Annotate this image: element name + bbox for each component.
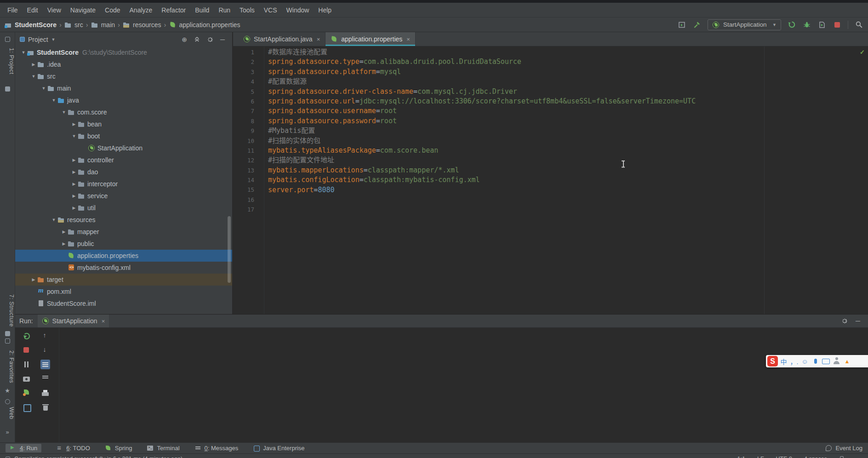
menu-tools[interactable]: Tools xyxy=(235,5,259,16)
project-panel-title[interactable]: Project xyxy=(28,36,48,43)
search-everywhere-icon[interactable] xyxy=(854,20,863,29)
code-line-14[interactable]: mybatis.configLocation=classpath:mybatis… xyxy=(268,175,868,185)
stripe-web-button[interactable]: Web xyxy=(0,407,15,419)
person-icon[interactable] xyxy=(832,356,841,366)
gear-icon[interactable] xyxy=(841,318,848,324)
close-icon[interactable]: × xyxy=(102,318,105,325)
chevron-down-icon[interactable]: ▼ xyxy=(51,37,56,42)
tool-window-icon[interactable] xyxy=(5,37,10,42)
code-line-9[interactable]: #Mybatis配置 xyxy=(268,126,868,136)
build-hammer-icon[interactable] xyxy=(692,20,702,29)
chevron-closed-icon[interactable]: ▶ xyxy=(70,158,78,162)
punctuation-icon[interactable]: ，. xyxy=(789,356,799,366)
code-line-6[interactable]: spring.datasource.url=jdbc:mysql://local… xyxy=(268,97,868,106)
tree-item-java[interactable]: ▼java xyxy=(15,94,232,106)
breadcrumb-src[interactable]: src xyxy=(64,21,83,29)
editor-body[interactable]: 1234567891011121314151617 #数据库连接池配置sprin… xyxy=(233,46,868,314)
code-line-7[interactable]: spring.datasource.username=root xyxy=(268,106,868,116)
code-line-2[interactable]: spring.datasource.type=com.alibaba.druid… xyxy=(268,57,868,67)
tree-item-interceptor[interactable]: ▶interceptor xyxy=(15,178,232,190)
chevron-open-icon[interactable]: ▼ xyxy=(30,74,37,79)
breadcrumb-studentscore[interactable]: StudentScore xyxy=(5,21,57,29)
toolbox-icon[interactable]: ▲ xyxy=(842,356,852,366)
code-line-17[interactable] xyxy=(268,205,868,214)
close-icon[interactable]: × xyxy=(406,36,410,43)
code-line-1[interactable]: #数据库连接池配置 xyxy=(268,47,868,57)
tree-item-service[interactable]: ▶service xyxy=(15,190,232,202)
menu-view[interactable]: View xyxy=(43,5,66,16)
rerun-icon[interactable] xyxy=(787,20,796,29)
menu-window[interactable]: Window xyxy=(282,5,314,16)
globe-icon[interactable] xyxy=(5,399,10,404)
chevron-open-icon[interactable]: ▼ xyxy=(50,218,57,222)
chevron-open-icon[interactable]: ▼ xyxy=(50,98,57,103)
chevron-closed-icon[interactable]: ▶ xyxy=(70,194,78,198)
toolwindow-button-spring[interactable]: Spring xyxy=(105,445,132,452)
code-line-10[interactable]: #扫描的实体的包 xyxy=(268,136,868,146)
spring-restart-icon[interactable] xyxy=(22,388,31,398)
file-encoding[interactable]: UTF-8 xyxy=(776,456,792,458)
breadcrumb-main[interactable]: main xyxy=(91,21,115,29)
menu-analyze[interactable]: Analyze xyxy=(125,5,157,16)
toolwindow-button-terminal[interactable]: Terminal xyxy=(147,445,179,452)
menu-refactor[interactable]: Refactor xyxy=(157,5,190,16)
tool-window-preview-icon[interactable] xyxy=(677,20,686,29)
more-tool-windows-icon[interactable]: » xyxy=(6,429,9,435)
run-config-selector[interactable]: StartApplication ▼ xyxy=(708,19,781,30)
chevron-closed-icon[interactable]: ▶ xyxy=(70,170,78,174)
line-ending[interactable]: LF xyxy=(757,456,764,458)
console-output[interactable] xyxy=(59,328,868,442)
menu-file[interactable]: File xyxy=(3,5,23,16)
caret-position[interactable]: 1:1 xyxy=(737,456,745,458)
hide-panel-icon[interactable]: ─ xyxy=(856,317,860,325)
chinese-mode-icon[interactable]: 中 xyxy=(779,356,788,366)
breadcrumb-resources[interactable]: resources xyxy=(123,21,161,29)
tree-item-com-score[interactable]: ▼com.score xyxy=(15,106,232,118)
toolwindow-button-todo[interactable]: 6: TODO xyxy=(56,445,90,452)
inspection-ok-icon[interactable]: ✓ xyxy=(860,49,865,56)
code-line-11[interactable]: mybatis.typeAliasesPackage=com.score.bea… xyxy=(268,146,868,155)
folder-mini-icon[interactable] xyxy=(5,86,10,92)
tree-item-boot[interactable]: ▼boot xyxy=(15,130,232,142)
emoji-icon[interactable]: ☺ xyxy=(800,356,810,366)
gear-icon[interactable] xyxy=(207,36,213,43)
chevron-closed-icon[interactable]: ▶ xyxy=(70,206,78,210)
tree-item-mybatis-config-xml[interactable]: mybatis-config.xml xyxy=(15,262,232,274)
tree-item-bean[interactable]: ▶bean xyxy=(15,118,232,130)
tree-item-idea[interactable]: ▶.idea xyxy=(15,58,232,70)
chevron-closed-icon[interactable]: ▶ xyxy=(30,62,37,67)
code-area[interactable]: #数据库连接池配置spring.datasource.type=com.alib… xyxy=(264,46,868,314)
stop-icon[interactable] xyxy=(833,20,842,29)
rerun-icon[interactable] xyxy=(22,331,31,341)
trash-icon[interactable] xyxy=(40,402,50,412)
close-icon[interactable]: × xyxy=(317,36,320,43)
event-log-button[interactable]: Event Log xyxy=(825,445,862,452)
tree-item-src[interactable]: ▼src xyxy=(15,70,232,82)
code-line-15[interactable]: server.port=8080 xyxy=(268,185,868,195)
status-icon[interactable] xyxy=(6,457,10,458)
tab-application-properties[interactable]: application.properties× xyxy=(326,32,416,46)
tree-item-public[interactable]: ▶public xyxy=(15,238,232,250)
run-with-coverage-icon[interactable] xyxy=(817,20,827,29)
menu-help[interactable]: Help xyxy=(314,5,336,16)
tree-item-application-properties[interactable]: application.properties xyxy=(15,250,232,262)
chevron-closed-icon[interactable]: ▶ xyxy=(30,277,37,282)
chevron-open-icon[interactable]: ▼ xyxy=(20,50,27,55)
project-scrollbar[interactable] xyxy=(228,216,231,283)
toolwindow-button-java-enterprise[interactable]: Java Enterprise xyxy=(253,445,304,452)
code-line-5[interactable]: spring.datasource.driver-class-name=com.… xyxy=(268,87,868,97)
keyboard-icon[interactable] xyxy=(821,356,831,366)
tab-startapplication-java[interactable]: StartApplication.java× xyxy=(238,32,326,46)
code-line-12[interactable]: #扫描的配置文件地址 xyxy=(268,155,868,165)
code-line-13[interactable]: mybatis.mapperLocations=classpath:mapper… xyxy=(268,166,868,175)
toolwindow-button-messages[interactable]: 0: Messages xyxy=(194,445,239,452)
microphone-icon[interactable] xyxy=(811,356,820,366)
chevron-closed-icon[interactable]: ▶ xyxy=(70,182,78,186)
tree-item-studentscore-iml[interactable]: StudentScore.iml xyxy=(15,298,232,309)
stripe-project-button[interactable]: 1: Project xyxy=(0,48,15,74)
chevron-open-icon[interactable]: ▼ xyxy=(40,86,47,91)
scroll-end-icon[interactable] xyxy=(40,374,50,384)
code-line-4[interactable]: #配置数据源 xyxy=(268,77,868,86)
stripe-favorites-button[interactable]: 2: Favorites xyxy=(0,350,15,383)
camera-icon[interactable] xyxy=(22,374,31,384)
